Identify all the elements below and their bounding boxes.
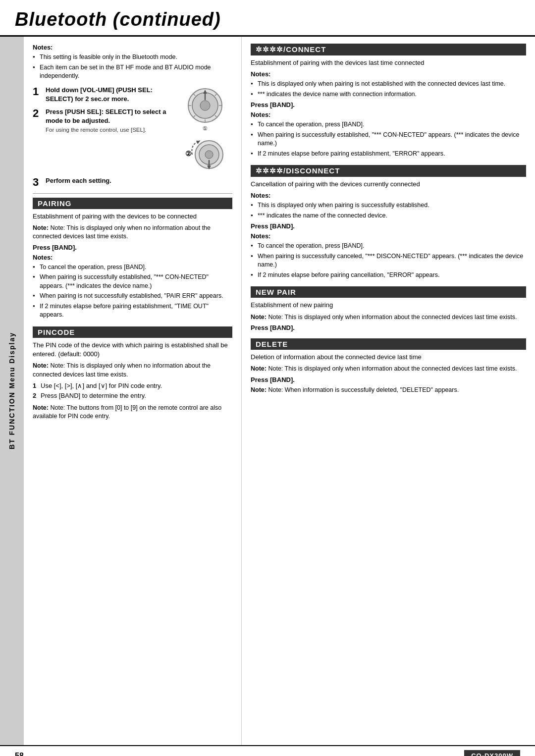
newpair-header: NEW PAIR [251,286,526,298]
disconnect-note2-item: When pairing is successfully canceled, "… [251,252,526,270]
disconnect-desc: Cancellation of pairing with the devices… [251,180,526,189]
disconnect-note-item: *** indicates the name of the connected … [251,212,526,220]
step-3-num: 3 [33,176,44,188]
step-3-content: Perform each setting. [46,176,232,185]
newpair-note: Note: Note: This is displayed only when … [251,313,526,322]
pincode-section: PINCODE The PIN code of the device with … [33,326,232,421]
connect-notes2-title: Notes: [251,111,526,118]
newpair-desc: Establishment of new pairing [251,301,526,310]
svg-point-2 [200,101,210,110]
disconnect-notes2-title: Notes: [251,232,526,240]
connect-notes2-list: To cancel the operation, press [BAND]. W… [251,120,526,158]
connect-note2-item: To cancel the operation, press [BAND]. [251,120,526,129]
disconnect-section: ✲✲✲✲/DISCONNECT Cancellation of pairing … [251,165,526,279]
disconnect-notes2-list: To cancel the operation, press [BAND]. W… [251,242,526,279]
step-3: 3 Perform each setting. [33,176,232,188]
delete-header: DELETE [251,338,526,350]
disconnect-note2-item: If 2 minutes elapse before pairing cance… [251,271,526,280]
left-column: Notes: This setting is feasible only in … [24,37,242,745]
knob1-svg [185,86,225,125]
svg-point-14 [205,151,213,159]
pairing-note-item: To cancel the operation, press [BAND]. [33,263,232,272]
step-1: 1 Hold down [VOL-UME] (PUSH SEL: SELECT)… [33,86,174,104]
right-column: ✲✲✲✲/CONNECT Establishment of pairing wi… [242,37,535,745]
connect-note2-item: If 2 minutes elapse before pairing estab… [251,150,526,159]
page-title: Bluetooth (continued) [15,9,520,30]
pincode-header: PINCODE [33,326,232,338]
knob2-svg [185,134,225,173]
pairing-notes-list: To cancel the operation, press [BAND]. W… [33,263,232,320]
connect-section: ✲✲✲✲/CONNECT Establishment of pairing wi… [251,44,526,158]
pincode-step-2: 2 Press [BAND] to determine the entry. [33,391,232,400]
delete-note2: Note: Note: When information is successf… [251,386,526,395]
connect-notes-title: Notes: [251,70,526,78]
note-item: This setting is feasible only in the Blu… [33,53,232,62]
pincode-note2: Note: Note: The buttons from [0] to [9] … [33,404,232,421]
intro-notes: Notes: This setting is feasible only in … [33,44,232,81]
steps-text: 1 Hold down [VOL-UME] (PUSH SEL: SELECT)… [33,86,174,138]
step-2-content: Press [PUSH SEL]: SELECT] to select a mo… [46,108,174,134]
pairing-header: PAIRING [33,198,232,209]
disconnect-note2-item: To cancel the operation, press [BAND]. [251,242,526,251]
model-badge: CQ-DX200W [464,750,520,756]
delete-desc: Deletion of information about the connec… [251,353,526,362]
pincode-note: Note: Note: This is displayed only when … [33,362,232,379]
pairing-note: Note: Note: This is displayed only when … [33,224,232,241]
connect-press: Press [BAND]. [251,101,526,108]
pincode-steps: 1 Use [<], [>], [∧] and [∨] for PIN code… [33,381,232,400]
page-number: 58 [15,752,24,756]
disconnect-header: ✲✲✲✲/DISCONNECT [251,165,526,177]
notes-title: Notes: [33,44,232,51]
pairing-note-item: When pairing is successfully established… [33,273,232,290]
steps-diagram-area: 1 Hold down [VOL-UME] (PUSH SEL: SELECT)… [33,86,232,173]
connect-desc: Establishment of pairing with the device… [251,58,526,67]
connect-note-item: This is displayed only when pairing is n… [251,80,526,89]
step-2: 2 Press [PUSH SEL]: SELECT] to select a … [33,108,174,134]
sidebar-label: BT FUNCTION Menu Display [8,332,16,449]
delete-press: Press [BAND]. [251,376,526,383]
delete-section: DELETE Deletion of information about the… [251,338,526,394]
disconnect-notes-title: Notes: [251,192,526,199]
pairing-note-item: If 2 minutes elapse before pairing estab… [33,302,232,320]
connect-note2-item: When pairing is successfully established… [251,131,526,148]
connect-header: ✲✲✲✲/CONNECT [251,44,526,55]
knob2-area: ② [185,134,225,173]
newpair-section: NEW PAIR Establishment of new pairing No… [251,286,526,331]
pairing-notes-title: Notes: [33,254,232,261]
step-2-num: 2 [33,108,44,119]
pairing-desc: Establishment of pairing with the device… [33,212,232,221]
connect-notes-list: This is displayed only when pairing is n… [251,80,526,99]
delete-note: Note: Note: This is displayed only when … [251,365,526,374]
main-content: BT FUNCTION Menu Display Notes: This set… [0,37,535,745]
pincode-step-1: 1 Use [<], [>], [∧] and [∨] for PIN code… [33,381,232,390]
knob-diagrams: ① ② [178,86,232,173]
newpair-press: Press [BAND]. [251,324,526,331]
pincode-desc: The PIN code of the device with which pa… [33,341,232,359]
step-1-content: Hold down [VOL-UME] (PUSH SEL: SELECT) f… [46,86,174,104]
note-item: Each item can be set in the BT HF mode a… [33,63,232,81]
sidebar: BT FUNCTION Menu Display [0,37,24,745]
pairing-section: PAIRING Establishment of pairing with th… [33,198,232,320]
knob1-label: ① [203,125,208,132]
connect-note-item: *** indicates the device name with conne… [251,90,526,99]
disconnect-press: Press [BAND]. [251,222,526,230]
notes-list: This setting is feasible only in the Blu… [33,53,232,81]
page-header: Bluetooth (continued) [0,0,535,37]
pairing-press: Press [BAND]. [33,244,232,251]
page-footer: 58 CQ-DX200W [0,745,535,756]
disconnect-note-item: This is displayed only when pairing is s… [251,201,526,210]
step-1-num: 1 [33,86,44,98]
disconnect-notes-list: This is displayed only when pairing is s… [251,201,526,220]
divider-1 [33,193,232,194]
step-2-sub: For using the remote control, use [SEL]. [46,126,174,134]
pairing-note-item: When pairing is not successfully establi… [33,292,232,301]
